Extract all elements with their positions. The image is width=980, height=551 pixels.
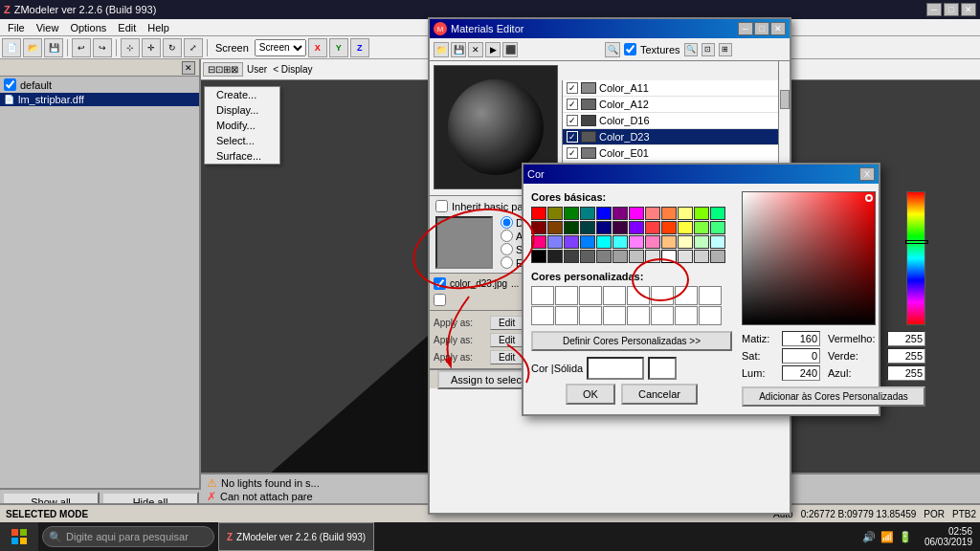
swatch-r3c5[interactable] <box>596 235 612 249</box>
swatch-r3c10[interactable] <box>678 235 693 249</box>
mat-item-e01[interactable]: ✓ Color_E01 <box>563 145 778 162</box>
swatch-r1c4[interactable] <box>580 207 595 220</box>
define-custom-colors-button[interactable]: Definir Cores Personalizadas >> <box>531 331 732 351</box>
custom-5[interactable] <box>627 286 650 305</box>
left-panel-close[interactable]: ✕ <box>182 61 195 75</box>
select-btn[interactable]: ⊹ <box>121 38 140 57</box>
custom-6[interactable] <box>651 286 674 305</box>
redo-btn[interactable]: ↪ <box>93 38 112 57</box>
custom-7[interactable] <box>675 286 698 305</box>
mat-tb-2[interactable]: 💾 <box>451 42 466 57</box>
swatch-r3c9[interactable] <box>661 235 677 249</box>
custom-13[interactable] <box>627 306 650 325</box>
swatch-r1c12[interactable] <box>710 207 725 220</box>
emissive-radio[interactable] <box>501 256 513 269</box>
custom-4[interactable] <box>603 286 626 305</box>
inherit-checkbox[interactable] <box>435 200 448 212</box>
swatch-r3c2[interactable] <box>547 235 563 249</box>
swatch-r3c4[interactable] <box>580 235 595 249</box>
undo-btn[interactable]: ↩ <box>72 38 91 57</box>
mat-close[interactable]: ✕ <box>770 22 786 35</box>
swatch-r3c8[interactable] <box>645 235 660 249</box>
blue-input[interactable] <box>887 365 925 381</box>
swatch-r1c10[interactable] <box>678 207 693 220</box>
vp-icons[interactable]: ⊟⊡⊞⊠ <box>203 62 243 77</box>
default-checkbox[interactable] <box>4 78 16 91</box>
swatch-r1c2[interactable] <box>547 207 563 220</box>
swatch-r4c5[interactable] <box>596 250 612 263</box>
custom-3[interactable] <box>579 286 602 305</box>
diffuse-radio[interactable] <box>501 216 513 229</box>
swatch-r3c6[interactable] <box>612 235 628 249</box>
swatch-r4c7[interactable] <box>629 250 644 263</box>
swatch-r2c12[interactable] <box>710 221 725 234</box>
swatch-r4c10[interactable] <box>678 250 693 263</box>
close-button[interactable]: ✕ <box>961 3 976 16</box>
swatch-r1c5[interactable] <box>596 207 612 220</box>
swatch-r3c1[interactable] <box>531 235 546 249</box>
custom-2[interactable] <box>555 286 578 305</box>
swatch-r1c6[interactable] <box>612 207 628 220</box>
ok-button[interactable]: OK <box>566 384 615 405</box>
mat-check-e01[interactable]: ✓ <box>567 147 578 159</box>
mat-zoom-btn[interactable]: 🔍 <box>684 43 698 56</box>
mat-minimize[interactable]: ─ <box>738 22 753 35</box>
mat-maximize[interactable]: □ <box>754 22 769 35</box>
taskbar-zmodeler[interactable]: Z ZModeler ver 2.2.6 (Build 993) <box>218 522 374 551</box>
swatch-r2c7[interactable] <box>629 221 644 234</box>
ctx-display[interactable]: Display... <box>205 102 279 118</box>
custom-8[interactable] <box>699 286 722 305</box>
diffuse-color-box[interactable] <box>435 216 493 269</box>
menu-edit[interactable]: Edit <box>112 19 142 36</box>
scale-btn[interactable]: ⤢ <box>184 38 203 57</box>
swatch-r1c1[interactable] <box>531 207 546 220</box>
mat-view-btn[interactable]: ⊡ <box>702 43 715 56</box>
swatch-r4c11[interactable] <box>694 250 709 263</box>
red-input[interactable] <box>887 331 925 346</box>
custom-12[interactable] <box>603 306 626 325</box>
color-dialog-close[interactable]: X <box>859 167 875 181</box>
mat-item-a11[interactable]: ✓ Color_A11 <box>563 80 778 97</box>
menu-view[interactable]: View <box>31 19 65 36</box>
ctx-create[interactable]: Create... <box>205 87 279 102</box>
swatch-r2c3[interactable] <box>564 221 579 234</box>
mat-search[interactable]: 🔍 <box>605 42 620 57</box>
custom-9[interactable] <box>531 306 554 325</box>
mat-tb-5[interactable]: ⬛ <box>502 42 518 57</box>
swatch-r4c1[interactable] <box>531 250 546 263</box>
color-square[interactable] <box>742 191 876 325</box>
minimize-button[interactable]: ─ <box>926 3 942 16</box>
ambient-radio[interactable] <box>501 230 513 242</box>
lm-stripbar-item[interactable]: 📄 lm_stripbar.dff <box>0 93 199 106</box>
swatch-r3c7[interactable] <box>629 235 644 249</box>
swatch-r4c4[interactable] <box>580 250 595 263</box>
custom-14[interactable] <box>651 306 674 325</box>
mat-check-a12[interactable]: ✓ <box>567 99 578 110</box>
swatch-r1c7[interactable] <box>629 207 644 220</box>
lum-input[interactable] <box>782 365 820 381</box>
custom-10[interactable] <box>555 306 578 325</box>
mat-check-d16[interactable]: ✓ <box>567 115 578 126</box>
cancel-button[interactable]: Cancelar <box>621 384 698 405</box>
swatch-r1c9[interactable] <box>661 207 677 220</box>
apply-edit-3[interactable]: Edit <box>490 350 523 364</box>
specular-radio[interactable] <box>501 243 513 255</box>
swatch-r3c11[interactable] <box>694 235 709 249</box>
maximize-button[interactable]: □ <box>944 3 959 16</box>
swatch-r1c3[interactable] <box>564 207 579 220</box>
mat-item-d16[interactable]: ✓ Color_D16 <box>563 113 778 129</box>
swatch-r2c8[interactable] <box>645 221 660 234</box>
custom-11[interactable] <box>579 306 602 325</box>
taskbar-search[interactable]: 🔍 Digite aqui para pesquisar <box>42 526 214 547</box>
tex1-checkbox[interactable] <box>434 277 446 290</box>
z-axis-btn[interactable]: Z <box>350 38 369 57</box>
custom-1[interactable] <box>531 286 554 305</box>
ctx-surface[interactable]: Surface... <box>205 148 279 164</box>
swatch-r2c6[interactable] <box>612 221 628 234</box>
scrollbar-thumb[interactable] <box>780 90 790 109</box>
hue-input[interactable]: 160 <box>782 331 820 346</box>
swatch-r3c12[interactable] <box>710 235 725 249</box>
ctx-modify[interactable]: Modify... <box>205 118 279 133</box>
windows-start-button[interactable] <box>0 522 38 551</box>
apply-edit-2[interactable]: Edit <box>490 333 523 347</box>
